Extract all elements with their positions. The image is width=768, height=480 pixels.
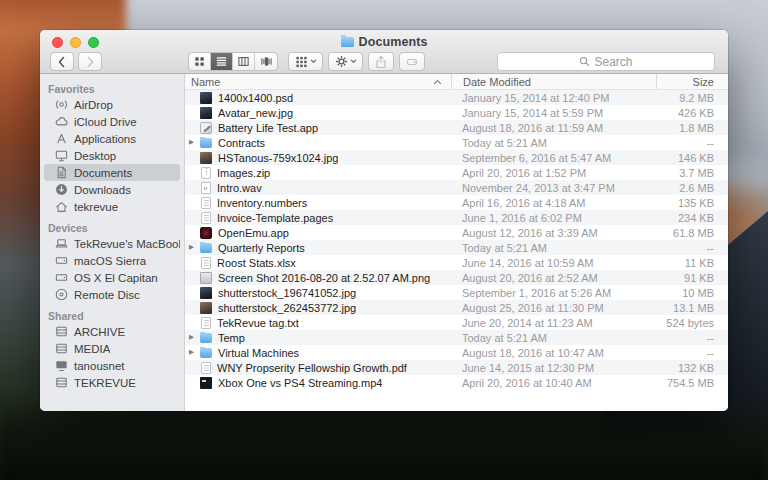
display-icon	[54, 358, 69, 373]
column-header-date-label: Date Modified	[463, 76, 531, 88]
column-view-button[interactable]	[233, 53, 255, 70]
file-row-hstanous-759x1024-jpg[interactable]: HSTanous-759x1024.jpgSeptember 6, 2016 a…	[185, 150, 728, 165]
sidebar-item-tekrevue[interactable]: TEKREVUE	[44, 374, 180, 391]
file-name: Contracts	[218, 137, 265, 149]
file-name-cell: 1400x1400.psd	[185, 92, 451, 104]
file-size: 132 KB	[656, 362, 728, 374]
sidebar-item-archive[interactable]: ARCHIVE	[44, 323, 180, 340]
file-row-intro-wav[interactable]: Intro.wavNovember 24, 2013 at 3:47 PM2.6…	[185, 180, 728, 195]
window-chrome[interactable]: Documents	[40, 30, 728, 74]
file-row-temp[interactable]: ▶TempToday at 5:21 AM--	[185, 330, 728, 345]
share-button[interactable]	[368, 52, 394, 71]
disclosure-triangle-icon[interactable]: ▶	[189, 334, 199, 341]
file-date-modified: January 15, 2014 at 5:59 PM	[451, 107, 656, 119]
disclosure-triangle-icon[interactable]: ▶	[189, 349, 199, 356]
sidebar-item-tanousnet[interactable]: tanousnet	[44, 357, 180, 374]
sidebar-item-tekrevue[interactable]: tekrevue	[44, 198, 180, 215]
file-name-cell: ▶Virtual Machines	[185, 347, 451, 359]
file-name: Inventory.numbers	[217, 197, 307, 209]
chevron-left-icon	[55, 55, 69, 69]
file-date-modified: September 6, 2016 at 5:47 AM	[451, 152, 656, 164]
disclosure-triangle-icon[interactable]: ▶	[189, 244, 199, 251]
file-name: Quarterly Reports	[218, 242, 305, 254]
file-row-battery-life-test-app[interactable]: Battery Life Test.appAugust 18, 2016 at …	[185, 120, 728, 135]
file-size: --	[656, 242, 728, 254]
sidebar-item-airdrop[interactable]: AirDrop	[44, 96, 180, 113]
column-header-date-modified[interactable]: Date Modified	[451, 74, 656, 89]
sidebar-item-label: iCloud Drive	[74, 116, 137, 128]
image-photo-icon	[200, 152, 212, 164]
file-date-modified: August 12, 2016 at 3:39 AM	[451, 227, 656, 239]
folder-icon	[200, 333, 212, 343]
file-name: Avatar_new.jpg	[218, 107, 293, 119]
sidebar-item-applications[interactable]: Applications	[44, 130, 180, 147]
file-size: 61.8 MB	[656, 227, 728, 239]
file-size: 234 KB	[656, 212, 728, 224]
file-row-avatar-new-jpg[interactable]: Avatar_new.jpgJanuary 15, 2014 at 5:59 P…	[185, 105, 728, 120]
coverflow-view-button[interactable]	[255, 53, 277, 70]
navigation-buttons	[50, 52, 102, 71]
file-size: 754.5 MB	[656, 377, 728, 389]
search-input[interactable]: Search	[497, 52, 715, 71]
file-name: TekRevue tag.txt	[217, 317, 299, 329]
file-size: 135 KB	[656, 197, 728, 209]
action-button[interactable]	[328, 52, 363, 71]
image-dark-icon	[200, 107, 212, 119]
arrange-button[interactable]	[288, 52, 323, 71]
file-row-contracts[interactable]: ▶ContractsToday at 5:21 AM--	[185, 135, 728, 150]
file-name: Invoice-Template.pages	[217, 212, 333, 224]
home-icon	[54, 199, 69, 214]
list-view-button[interactable]	[211, 53, 233, 70]
sidebar-item-desktop[interactable]: Desktop	[44, 147, 180, 164]
column-view-icon	[237, 55, 250, 68]
file-name-cell: Inventory.numbers	[185, 197, 451, 209]
file-date-modified: September 1, 2016 at 5:26 AM	[451, 287, 656, 299]
sidebar-item-documents[interactable]: Documents	[44, 164, 180, 181]
file-name: Virtual Machines	[218, 347, 299, 359]
file-name: Intro.wav	[217, 182, 262, 194]
file-row-inventory-numbers[interactable]: Inventory.numbersApril 16, 2016 at 4:18 …	[185, 195, 728, 210]
desktop-icon	[54, 148, 69, 163]
file-row-shutterstock-262453772-jpg[interactable]: shutterstock_262453772.jpgAugust 25, 201…	[185, 300, 728, 315]
sidebar-item-media[interactable]: MEDIA	[44, 340, 180, 357]
file-row-shutterstock-196741052-jpg[interactable]: shutterstock_196741052.jpgSeptember 1, 2…	[185, 285, 728, 300]
sidebar-item-label: Documents	[74, 167, 132, 179]
chevron-down-icon	[350, 58, 357, 65]
file-name: OpenEmu.app	[218, 227, 289, 239]
file-row-1400x1400-psd[interactable]: 1400x1400.psdJanuary 15, 2014 at 12:40 P…	[185, 90, 728, 105]
sidebar-item-os-x-el-capitan[interactable]: OS X El Capitan	[44, 269, 180, 286]
file-row-virtual-machines[interactable]: ▶Virtual MachinesAugust 18, 2016 at 10:4…	[185, 345, 728, 360]
file-row-quarterly-reports[interactable]: ▶Quarterly ReportsToday at 5:21 AM--	[185, 240, 728, 255]
file-name-cell: TekRevue tag.txt	[185, 317, 451, 329]
sidebar-item-downloads[interactable]: Downloads	[44, 181, 180, 198]
column-header-name[interactable]: Name	[185, 76, 451, 88]
column-header-size[interactable]: Size	[656, 74, 728, 89]
file-row-images-zip[interactable]: Images.zipApril 20, 2016 at 1:52 PM3.7 M…	[185, 165, 728, 180]
folder-icon	[200, 348, 212, 358]
file-row-wny-propserity-fellowship-growth-pdf[interactable]: WNY Propserity Fellowship Growth.pdfJune…	[185, 360, 728, 375]
folder-icon	[200, 138, 212, 148]
file-row-openemu-app[interactable]: OpenEmu.appAugust 12, 2016 at 3:39 AM61.…	[185, 225, 728, 240]
sidebar-item-remote-disc[interactable]: Remote Disc	[44, 286, 180, 303]
file-row-invoice-template-pages[interactable]: Invoice-Template.pagesJune 1, 2016 at 6:…	[185, 210, 728, 225]
sidebar-item-macos-sierra[interactable]: macOS Sierra	[44, 252, 180, 269]
file-name-cell: ▶Quarterly Reports	[185, 242, 451, 254]
tags-button[interactable]	[399, 52, 425, 71]
search-icon	[579, 56, 590, 67]
share-icon	[374, 55, 388, 69]
disclosure-triangle-icon[interactable]: ▶	[189, 139, 199, 146]
coverflow-view-icon	[260, 55, 273, 68]
file-row-xbox-one-vs-ps4-streaming-mp4[interactable]: Xbox One vs PS4 Streaming.mp4April 20, 2…	[185, 375, 728, 390]
laptop-icon	[54, 236, 69, 251]
folder-proxy-icon[interactable]	[341, 37, 354, 47]
sidebar: FavoritesAirDropiCloud DriveApplications…	[40, 74, 185, 411]
back-button[interactable]	[50, 52, 74, 71]
icon-view-button[interactable]	[189, 53, 211, 70]
forward-button[interactable]	[78, 52, 102, 71]
sidebar-item-icloud-drive[interactable]: iCloud Drive	[44, 113, 180, 130]
sidebar-item-label: macOS Sierra	[74, 255, 146, 267]
file-row-tekrevue-tag-txt[interactable]: TekRevue tag.txtJune 20, 2014 at 11:23 A…	[185, 315, 728, 330]
file-row-roost-stats-xlsx[interactable]: Roost Stats.xlsxJune 14, 2016 at 10:59 A…	[185, 255, 728, 270]
sidebar-item-tekrevue-s-macbook-pro[interactable]: TekRevue's MacBook Pro	[44, 235, 180, 252]
file-row-screen-shot-2016-08-20-at-2-52-07-am-png[interactable]: Screen Shot 2016-08-20 at 2.52.07 AM.png…	[185, 270, 728, 285]
